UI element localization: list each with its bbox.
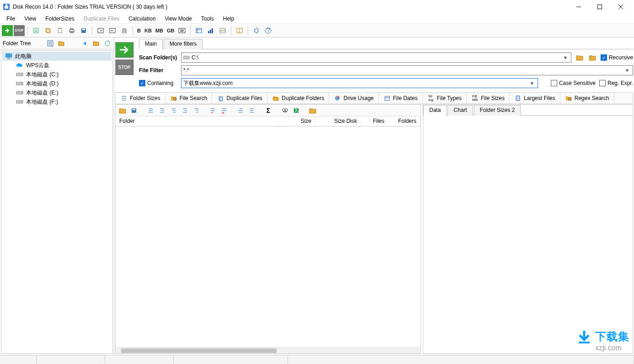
unit-auto-button[interactable] — [176, 25, 187, 36]
copy-button[interactable] — [43, 25, 53, 36]
modtab-largest-files[interactable]: Largest Files — [510, 93, 560, 104]
containing-combo[interactable]: ▾ — [181, 78, 538, 88]
chevron-down-icon[interactable]: ▾ — [623, 67, 631, 74]
tab-more-filters[interactable]: More filters — [164, 39, 202, 49]
indent-6-button[interactable] — [235, 106, 245, 116]
delete-button[interactable] — [119, 25, 130, 36]
go-toolbar-button[interactable] — [2, 25, 13, 36]
tree-item-drive-f[interactable]: 本地磁盘 (F:) — [2, 97, 112, 106]
options-button[interactable] — [251, 25, 262, 36]
horizontal-scrollbar[interactable] — [116, 347, 421, 353]
chevron-down-icon[interactable]: ▾ — [562, 54, 569, 61]
expand-left-button[interactable] — [95, 25, 106, 36]
delete-x-button[interactable] — [219, 106, 229, 116]
scrollbar-thumb[interactable] — [121, 348, 277, 353]
indent-3-button[interactable] — [168, 106, 178, 116]
modtab-duplicate-files[interactable]: Duplicate Files — [212, 93, 267, 104]
menu-duplicate-files[interactable]: Duplicate Files — [80, 15, 123, 23]
tree-item-drive-c[interactable]: 本地磁盘 (C:) — [2, 70, 112, 79]
add-folder-button[interactable] — [588, 53, 597, 62]
open-folder-button[interactable] — [117, 106, 128, 116]
help-button[interactable]: ? — [263, 25, 274, 36]
view-image-button[interactable] — [217, 25, 228, 36]
browse-folder-button[interactable] — [575, 53, 584, 62]
menu-calculation[interactable]: Calculation — [125, 15, 159, 23]
regex-checkbox[interactable]: Reg. Expr. — [599, 80, 633, 86]
col-folders[interactable]: Folders — [389, 116, 421, 126]
clipboard-button[interactable] — [54, 25, 65, 36]
tree-back-icon[interactable] — [81, 39, 89, 47]
minimize-button[interactable] — [568, 0, 589, 14]
file-filter-input[interactable] — [183, 67, 622, 74]
modtab-file-dates[interactable]: File Dates — [379, 93, 423, 104]
window-layout-button[interactable] — [234, 25, 245, 36]
modtab-file-sizes[interactable]: KBMBFile Sizes — [467, 93, 510, 104]
stop-toolbar-button[interactable]: STOP — [14, 25, 25, 36]
export-button[interactable] — [31, 25, 42, 36]
recursive-checkbox[interactable]: ✓ Recursive — [601, 54, 633, 61]
tree-refresh-icon[interactable] — [103, 39, 111, 47]
indent-2-button[interactable] — [157, 106, 167, 116]
save-button[interactable] — [78, 25, 89, 36]
menu-file[interactable]: File — [3, 15, 19, 23]
tab-main[interactable]: Main — [139, 39, 163, 49]
file-filter-combo[interactable]: ▾ — [181, 65, 633, 75]
maximize-button[interactable] — [589, 0, 610, 14]
menu-tools[interactable]: Tools — [197, 15, 218, 23]
sidetab-data[interactable]: Data — [423, 105, 447, 116]
col-size[interactable]: Size — [279, 116, 315, 126]
delete-checked-button[interactable] — [208, 106, 218, 116]
save-result-button[interactable] — [129, 106, 139, 116]
menu-view[interactable]: View — [21, 15, 40, 23]
unit-gb[interactable]: GB — [165, 28, 176, 33]
excel-button[interactable]: X — [291, 106, 301, 116]
tree-item-wps[interactable]: WPS云盘 — [2, 61, 112, 70]
scan-folders-input[interactable] — [192, 54, 560, 61]
view-chart-button[interactable] — [205, 25, 216, 36]
sidetab-folder-sizes-2[interactable]: Folder Sizes 2 — [474, 105, 521, 116]
folder-tree[interactable]: 此电脑 WPS云盘 本地磁盘 (C:) 本地磁盘 (D:) 本地磁盘 (E:) — [1, 50, 113, 354]
tree-folder-icon[interactable] — [57, 39, 65, 47]
col-files[interactable]: Files — [361, 116, 389, 126]
menu-foldersizes[interactable]: FolderSizes — [42, 15, 78, 23]
menu-view-mode[interactable]: View Mode — [161, 15, 196, 23]
indent-7-button[interactable] — [247, 106, 257, 116]
col-folder[interactable]: Folder — [116, 116, 279, 126]
unit-bytes[interactable]: B — [136, 28, 142, 33]
scan-folders-combo[interactable]: ▾ — [181, 53, 571, 63]
modtab-regex-search[interactable]: Regex Search — [560, 93, 614, 104]
modtab-duplicate-folders[interactable]: Duplicate Folders — [267, 93, 329, 104]
tree-item-drive-e[interactable]: 本地磁盘 (E:) — [2, 88, 112, 97]
unit-mb[interactable]: MB — [154, 28, 165, 33]
print-button[interactable] — [66, 25, 77, 36]
scan-stop-button[interactable]: STOP — [115, 59, 133, 75]
menu-help[interactable]: Help — [219, 15, 238, 23]
indent-4-button[interactable] — [180, 106, 190, 116]
col-size-disk[interactable]: Size Disk — [315, 116, 361, 126]
sidetab-chart[interactable]: Chart — [448, 105, 473, 116]
tree-item-computer[interactable]: 此电脑 — [2, 52, 112, 61]
modtab-file-types[interactable]: txtlogFile Types — [423, 93, 467, 104]
containing-input[interactable] — [183, 80, 527, 86]
sum-button[interactable]: Σ — [263, 106, 273, 116]
chevron-down-icon[interactable]: ▾ — [528, 80, 536, 86]
modtab-file-search[interactable]: File Search — [165, 93, 213, 104]
options-folder-button[interactable] — [308, 106, 318, 116]
results-table-body[interactable] — [116, 127, 421, 347]
containing-checkbox[interactable]: ✓ Containing — [139, 80, 177, 86]
unit-kb[interactable]: KB — [143, 28, 153, 33]
filter-tabs: Main More filters — [139, 38, 633, 49]
view-details-button[interactable] — [193, 25, 204, 36]
tree-item-drive-d[interactable]: 本地磁盘 (D:) — [2, 79, 112, 88]
tree-open-icon[interactable] — [92, 39, 100, 47]
modtab-folder-sizes[interactable]: Folder Sizes — [116, 93, 165, 104]
close-button[interactable] — [610, 0, 631, 14]
tree-expand-icon[interactable] — [46, 39, 54, 47]
indent-1-button[interactable] — [145, 106, 155, 116]
case-sensitive-checkbox[interactable]: Case Sensitive — [551, 80, 596, 86]
find-button[interactable] — [280, 106, 290, 116]
indent-5-button[interactable] — [191, 106, 201, 116]
scan-go-button[interactable] — [115, 42, 133, 58]
expand-right-button[interactable] — [107, 25, 118, 36]
modtab-drive-usage[interactable]: Drive Usage — [329, 93, 378, 104]
